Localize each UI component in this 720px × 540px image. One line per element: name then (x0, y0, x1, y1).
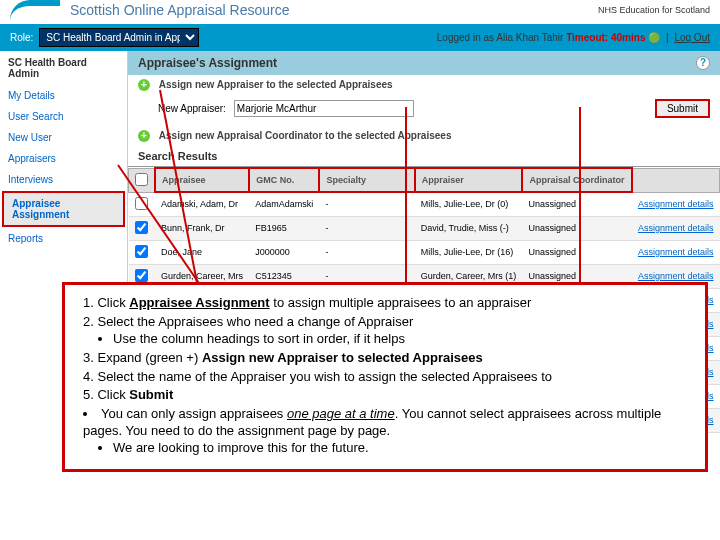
col-coord[interactable]: Appraisal Coordinator (522, 168, 631, 192)
instruction-overlay: Click Appraisee Assignment to assign mul… (62, 282, 708, 472)
sidebar-item-newuser[interactable]: New User (0, 127, 127, 148)
logo-swoosh (10, 0, 60, 20)
app-title: Scottish Online Appraisal Resource (70, 2, 289, 18)
role-bar: Role: SC Health Board Admin in Appraisee… (0, 24, 720, 51)
cell-name: Doe, Jane (155, 240, 249, 264)
cell-coord: Unassigned (522, 192, 631, 216)
sidebar-item-mydetails[interactable]: My Details (0, 85, 127, 106)
new-appraiser-label: New Appraiser: (158, 103, 226, 114)
cell-name: Bunn, Frank, Dr (155, 216, 249, 240)
details-link[interactable]: Assignment details (632, 192, 720, 216)
sidebar-item-appraisers[interactable]: Appraisers (0, 148, 127, 169)
cell-spec: - (319, 216, 414, 240)
cell-name: Adamski, Adam, Dr (155, 192, 249, 216)
col-appraiser[interactable]: Appraiser (415, 168, 523, 192)
cell-coord: Unassigned (522, 216, 631, 240)
col-checkbox[interactable] (129, 168, 156, 192)
table-row: Bunn, Frank, Dr FB1965 - David, Trudie, … (129, 216, 720, 240)
sidebar-item-interviews[interactable]: Interviews (0, 169, 127, 190)
cell-coord: Unassigned (522, 240, 631, 264)
cell-gmc: J000000 (249, 240, 319, 264)
help-icon[interactable]: ? (696, 56, 710, 70)
col-actions (632, 168, 720, 192)
col-appraisee[interactable]: Appraisee (155, 168, 249, 192)
col-gmc[interactable]: GMC No. (249, 168, 319, 192)
cell-gmc: AdamAdamski (249, 192, 319, 216)
expand-icon[interactable]: + (138, 130, 150, 142)
expand-icon[interactable]: + (138, 79, 150, 91)
cell-appraiser: Mills, Julie-Lee, Dr (16) (415, 240, 523, 264)
search-results-heading: Search Results (128, 146, 720, 167)
logged-in-text: Logged in as Alia Khan Tahir (437, 32, 564, 43)
col-specialty[interactable]: Specialty (319, 168, 414, 192)
sidebar-title: SC Health Board Admin (0, 51, 127, 85)
new-appraiser-input[interactable] (234, 100, 414, 117)
row-checkbox[interactable] (135, 221, 148, 234)
table-row: Adamski, Adam, Dr AdamAdamski - Mills, J… (129, 192, 720, 216)
sidebar-item-usersearch[interactable]: User Search (0, 106, 127, 127)
role-select[interactable]: SC Health Board Admin in Appraisee (39, 28, 199, 47)
cell-spec: - (319, 240, 414, 264)
sidebar-item-reports[interactable]: Reports (0, 228, 127, 249)
cell-gmc: FB1965 (249, 216, 319, 240)
cell-spec: - (319, 192, 414, 216)
nhs-logo: NHS Education for Scotland (598, 5, 710, 15)
row-checkbox[interactable] (135, 197, 148, 210)
page-title: Appraisee's Assignment ? (128, 51, 720, 75)
row-checkbox[interactable] (135, 245, 148, 258)
section-assign-appraiser: Assign new Appraiser to the selected App… (159, 79, 393, 90)
section-assign-coord: Assign new Appraisal Coordinator to the … (159, 130, 452, 141)
table-row: Doe, Jane J000000 - Mills, Julie-Lee, Dr… (129, 240, 720, 264)
submit-button[interactable]: Submit (655, 99, 710, 118)
cell-appraiser: David, Trudie, Miss (-) (415, 216, 523, 240)
logout-link[interactable]: Log Out (674, 32, 710, 43)
details-link[interactable]: Assignment details (632, 240, 720, 264)
details-link[interactable]: Assignment details (632, 216, 720, 240)
role-label: Role: (10, 32, 33, 43)
cell-appraiser: Mills, Julie-Lee, Dr (0) (415, 192, 523, 216)
row-checkbox[interactable] (135, 269, 148, 282)
sidebar-item-appraisee-assignment[interactable]: Appraisee Assignment (2, 191, 125, 227)
